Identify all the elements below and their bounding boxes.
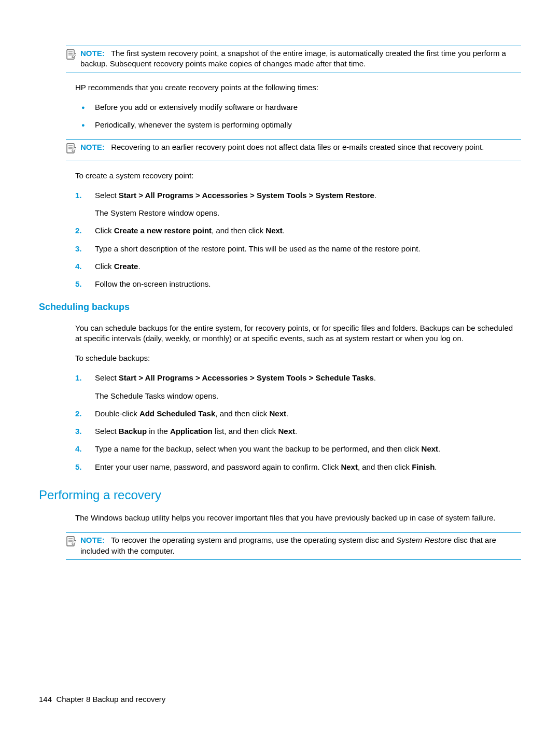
step-bold: Next — [278, 427, 295, 435]
list-item: Type a short description of the restore … — [75, 244, 521, 254]
heading-recovery: Performing a recovery — [39, 487, 521, 503]
note-text: NOTE: The first system recovery point, a… — [80, 48, 521, 69]
note-box: NOTE: The first system recovery point, a… — [66, 46, 521, 73]
step-text: . — [374, 373, 376, 382]
list-item: Enter your user name, password, and pass… — [75, 462, 521, 472]
note-icon — [66, 535, 80, 556]
note-label: NOTE: — [80, 49, 105, 58]
ordered-list: Select Start > All Programs > Accessorie… — [75, 190, 521, 290]
list-item: Click Create. — [75, 261, 521, 272]
step-text: . — [283, 226, 285, 235]
note-text: NOTE: Recovering to an earlier recovery … — [80, 142, 521, 157]
list-item: Select Start > All Programs > Accessorie… — [75, 373, 521, 401]
note-label: NOTE: — [80, 143, 105, 151]
list-item: Click Create a new restore point, and th… — [75, 226, 521, 236]
page-content: NOTE: The first system recovery point, a… — [39, 46, 521, 560]
step-text: . — [435, 462, 437, 471]
note-box: NOTE: Recovering to an earlier recovery … — [66, 139, 521, 161]
step-text: . — [295, 427, 297, 435]
step-bold: Next — [422, 444, 439, 453]
step-text: . — [286, 409, 288, 418]
paragraph: To create a system recovery point: — [75, 171, 521, 181]
paragraph: To schedule backups: — [75, 353, 521, 363]
step-text: Double-click — [95, 409, 139, 418]
paragraph: HP recommends that you create recovery p… — [75, 82, 521, 93]
page-number: 144 — [39, 695, 52, 704]
document-page: NOTE: The first system recovery point, a… — [0, 0, 560, 745]
note-icon — [66, 48, 80, 69]
paragraph: The Windows backup utility helps you rec… — [75, 513, 521, 523]
chapter-label: Chapter 8 Backup and recovery — [56, 695, 165, 704]
step-bold: Start > All Programs > Accessories > Sys… — [119, 191, 374, 200]
step-text: in the — [147, 427, 170, 435]
step-bold: Create a new restore point — [114, 226, 212, 235]
step-text: , and then click — [358, 462, 412, 471]
step-text: , and then click — [215, 409, 269, 418]
note-body-em: System Restore — [396, 536, 452, 544]
step-text: list, and then click — [213, 427, 278, 435]
step-text: Select — [95, 427, 119, 435]
list-item: Type a name for the backup, select when … — [75, 444, 521, 454]
step-text: Select — [95, 373, 119, 382]
list-item: Double-click Add Scheduled Task, and the… — [75, 409, 521, 419]
note-icon — [66, 142, 80, 157]
step-text: . — [138, 262, 140, 271]
step-text: Type a name for the backup, select when … — [95, 444, 422, 453]
step-subtext: The System Restore window opens. — [95, 208, 521, 218]
list-item: Before you add or extensively modify sof… — [75, 102, 521, 113]
page-footer: 144 Chapter 8 Backup and recovery — [39, 694, 165, 705]
step-bold: Add Scheduled Task — [139, 409, 215, 418]
step-bold: Next — [270, 409, 287, 418]
step-text: Enter your user name, password, and pass… — [95, 462, 341, 471]
bullet-list: Before you add or extensively modify sof… — [75, 102, 521, 131]
step-bold: Create — [114, 262, 138, 271]
step-bold: Start > All Programs > Accessories > Sys… — [119, 373, 374, 382]
step-text: Click — [95, 262, 114, 271]
step-bold: Finish — [412, 462, 435, 471]
step-subtext: The Schedule Tasks window opens. — [95, 391, 521, 401]
paragraph: You can schedule backups for the entire … — [75, 323, 521, 344]
step-text: . — [438, 444, 440, 453]
step-bold: Backup — [119, 427, 147, 435]
step-text: Click — [95, 226, 114, 235]
note-body: The first system recovery point, a snaps… — [80, 49, 506, 68]
list-item: Select Backup in the Application list, a… — [75, 426, 521, 437]
note-body: Recovering to an earlier recovery point … — [111, 143, 484, 151]
heading-scheduling: Scheduling backups — [39, 301, 521, 313]
list-item: Follow the on-screen instructions. — [75, 279, 521, 289]
list-item: Select Start > All Programs > Accessorie… — [75, 190, 521, 219]
note-text: NOTE: To recover the operating system an… — [80, 535, 521, 556]
note-label: NOTE: — [80, 536, 105, 544]
step-text: , and then click — [212, 226, 265, 235]
step-bold: Next — [265, 226, 283, 235]
note-box: NOTE: To recover the operating system an… — [66, 532, 521, 560]
note-body-pre: To recover the operating system and prog… — [111, 536, 396, 544]
ordered-list: Select Start > All Programs > Accessorie… — [75, 373, 521, 472]
list-item: Periodically, whenever the system is per… — [75, 120, 521, 130]
step-bold: Next — [341, 462, 358, 471]
step-text: . — [374, 191, 376, 200]
step-bold: Application — [170, 427, 213, 435]
step-text: Select — [95, 191, 119, 200]
